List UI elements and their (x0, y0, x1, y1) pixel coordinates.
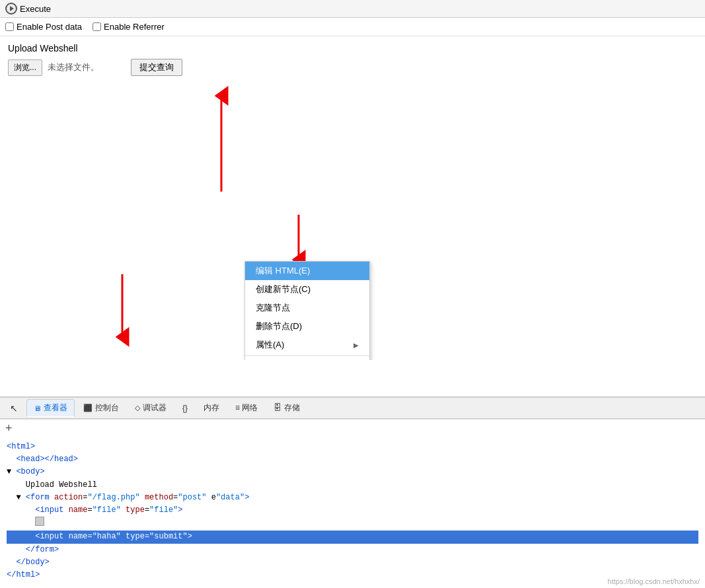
enable-referrer-checkbox-label[interactable]: Enable Referrer (93, 22, 165, 32)
devtools-tab-storage[interactable]: 🗄 存储 (266, 399, 307, 417)
context-menu-item-create-node[interactable]: 创建新节点(C) (245, 280, 369, 299)
context-menu-item-edit-html[interactable]: 编辑 HTML(E) (245, 262, 369, 280)
html-tree[interactable]: <html> <head></head> ▼ <body> Upload Web… (0, 437, 705, 587)
enable-post-checkbox[interactable] (5, 22, 14, 31)
upload-title: Upload Webshell (8, 43, 697, 54)
no-file-text: 未选择文件。 (48, 61, 99, 73)
tree-line-html-close: </html> (7, 569, 698, 581)
execute-button[interactable]: Execute (5, 3, 51, 15)
execute-icon (5, 3, 17, 15)
enable-referrer-checkbox[interactable] (93, 22, 101, 31)
top-toolbar: Execute (0, 0, 705, 18)
tree-line-body-close: </body> (7, 556, 698, 569)
tree-line-html: <html> (7, 441, 698, 453)
devtools-tab-debugger[interactable]: ◇ 调试器 (128, 399, 174, 417)
tree-line-button-icon (7, 517, 698, 531)
debugger-icon: ◇ (135, 404, 140, 412)
checkbox-area: Enable Post data Enable Referrer (0, 18, 705, 36)
context-menu-item-clone-node[interactable]: 克隆节点 (245, 299, 369, 317)
execute-label: Execute (20, 4, 51, 14)
inspector-icon: 🖥 (34, 404, 41, 412)
context-menu: 编辑 HTML(E) 创建新节点(C) 克隆节点 删除节点(D) 属性(A) ▶… (244, 261, 370, 360)
tree-line-head: <head></head> (7, 453, 698, 466)
network-tab-label: ≡ 网络 (235, 402, 258, 414)
inspector-tab-label: 查看器 (44, 402, 67, 414)
watermark: https://blog.csdn.net/hxhxhx/ (608, 577, 700, 585)
context-menu-create-node-label: 创建新节点(C) (256, 283, 311, 295)
tree-line-input-file: <input name="file" type="file"> (7, 504, 698, 517)
storage-tab-label: 🗄 存储 (274, 402, 299, 414)
console-tab-label: 控制台 (95, 402, 119, 414)
tree-line-body: ▼ <body> (7, 466, 698, 478)
upload-controls: 浏览... 未选择文件。 提交查询 (8, 59, 697, 76)
tree-line-input-submit[interactable]: <input name="haha" type="submit"> (7, 531, 698, 543)
devtools-tab-console[interactable]: ⬛ 控制台 (76, 399, 126, 417)
devtools-tab-inspector[interactable]: 🖥 查看器 (26, 399, 75, 417)
upload-section: Upload Webshell 浏览... 未选择文件。 提交查询 (0, 36, 705, 83)
tree-line-upload-text: Upload Webshell (7, 479, 698, 492)
browse-button[interactable]: 浏览... (8, 59, 42, 76)
context-menu-divider-1 (245, 355, 369, 356)
tree-line-form: ▼ <form action="/flag.php" method="post"… (7, 492, 698, 504)
submit-button[interactable]: 提交查询 (131, 59, 182, 76)
enable-referrer-label: Enable Referrer (104, 22, 165, 32)
memory-tab-label: 内存 (204, 402, 219, 414)
devtools-tabs: ↖ 🖥 查看器 ⬛ 控制台 ◇ 调试器 {} 内存 ≡ 网络 🗄 存储 (0, 398, 705, 419)
console-icon: ⬛ (83, 404, 93, 412)
devtools-panel: ↖ 🖥 查看器 ⬛ 控制台 ◇ 调试器 {} 内存 ≡ 网络 🗄 存储 + <h… (0, 396, 705, 588)
enable-post-label: Enable Post data (17, 22, 82, 32)
style-tab-label: {} (182, 404, 188, 413)
context-menu-item-hover[interactable]: hover (245, 357, 369, 360)
add-node-button[interactable]: + (0, 419, 705, 437)
devtools-tab-style[interactable]: {} (175, 400, 195, 416)
main-content: 编辑 HTML(E) 创建新节点(C) 克隆节点 删除节点(D) 属性(A) ▶… (0, 83, 705, 360)
debugger-tab-label: 调试器 (143, 402, 167, 414)
attribute-submenu-arrow: ▶ (353, 342, 359, 349)
context-menu-item-attribute[interactable]: 属性(A) ▶ (245, 336, 369, 354)
devtools-tab-network[interactable]: ≡ 网络 (228, 399, 265, 417)
context-menu-delete-node-label: 删除节点(D) (256, 320, 302, 332)
context-menu-attribute-label: 属性(A) (256, 339, 284, 351)
context-menu-item-delete-node[interactable]: 删除节点(D) (245, 317, 369, 336)
devtools-tab-memory[interactable]: 内存 (196, 399, 227, 417)
context-menu-edit-html-label: 编辑 HTML(E) (256, 265, 310, 277)
context-menu-clone-node-label: 克隆节点 (256, 302, 290, 314)
enable-post-checkbox-label[interactable]: Enable Post data (5, 22, 82, 32)
tree-line-form-close: </form> (7, 544, 698, 556)
devtools-cursor-tab[interactable]: ↖ (3, 400, 25, 417)
